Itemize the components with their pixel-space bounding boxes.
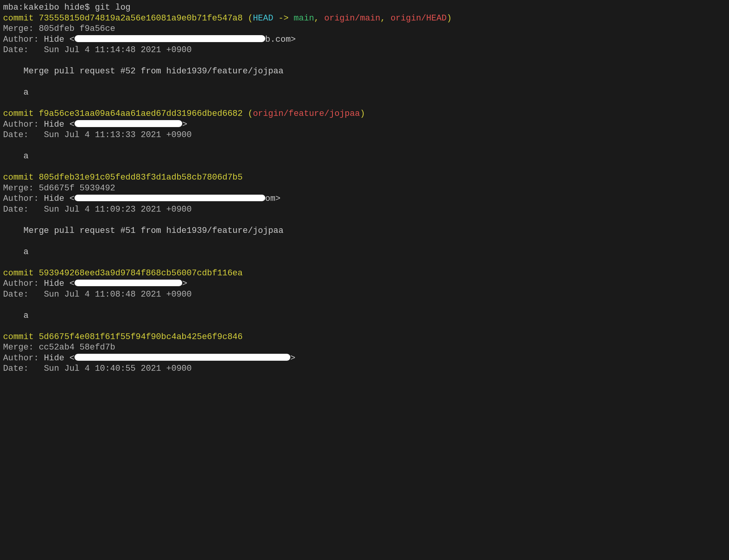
- author-label: Author:: [3, 120, 44, 129]
- author-open-bracket: <: [70, 279, 75, 288]
- prompt-sep: :: [19, 3, 24, 12]
- author-label: Author:: [3, 194, 44, 204]
- ref-main: main: [294, 14, 314, 23]
- ref-head: HEAD: [253, 14, 273, 23]
- author-label: Author:: [3, 35, 44, 44]
- ref-remote: origin/feature/jojpaa: [253, 109, 360, 119]
- commit-hash: 805dfeb31e91c05fedd83f3d1adb58cb7806d7b5: [39, 173, 242, 182]
- merge-value: cc52ab4 58efd7b: [39, 343, 115, 352]
- date-value: Sun Jul 4 11:13:33 2021 +0900: [44, 130, 192, 140]
- refs-close: ): [360, 109, 365, 119]
- date-label: Date:: [3, 130, 44, 140]
- author-name: Hide: [44, 353, 70, 363]
- author-open-bracket: <: [70, 120, 75, 129]
- redaction-icon: [75, 354, 290, 360]
- merge-value: 805dfeb f9a56ce: [39, 24, 115, 34]
- redaction-icon: [75, 280, 182, 286]
- date-label: Date:: [3, 364, 44, 373]
- commit-hash: 735558150d74819a2a56e16081a9e0b71fe547a8: [39, 14, 242, 23]
- ref-arrow: ->: [273, 14, 294, 23]
- refs-close: ): [447, 14, 452, 23]
- author-tail: om>: [265, 194, 281, 204]
- commit-body: a: [3, 88, 29, 97]
- commit-body: Merge pull request #51 from hide1939/fea…: [3, 226, 283, 236]
- commit-label: commit: [3, 268, 34, 278]
- ref-remote: origin/main: [324, 14, 380, 23]
- commit-body: Merge pull request #52 from hide1939/fea…: [3, 66, 283, 76]
- commit-label: commit: [3, 173, 34, 182]
- commit-label: commit: [3, 109, 34, 119]
- author-label: Author:: [3, 353, 44, 363]
- ref-sep: ,: [380, 14, 390, 23]
- date-value: Sun Jul 4 11:09:23 2021 +0900: [44, 205, 192, 214]
- commit-label: commit: [3, 14, 34, 23]
- date-label: Date:: [3, 45, 44, 55]
- date-value: Sun Jul 4 11:14:48 2021 +0900: [44, 45, 192, 55]
- refs-open: (: [243, 109, 253, 119]
- author-tail: >: [182, 279, 187, 288]
- author-tail: b.com>: [265, 35, 296, 44]
- ref-sep: ,: [314, 14, 324, 23]
- terminal-output[interactable]: mba:kakeibo hide$ git log commit 7355581…: [0, 0, 729, 377]
- prompt-path: kakeibo: [24, 3, 59, 12]
- date-label: Date:: [3, 290, 44, 299]
- author-name: Hide: [44, 120, 70, 129]
- author-tail: >: [182, 120, 187, 129]
- command: git log: [95, 3, 131, 12]
- redaction-icon: [75, 35, 265, 42]
- author-name: Hide: [44, 194, 70, 204]
- redaction-icon: [75, 120, 182, 127]
- date-value: Sun Jul 4 11:08:48 2021 +0900: [44, 290, 192, 299]
- commit-body: a: [3, 311, 29, 321]
- author-name: Hide: [44, 35, 70, 44]
- commit-body: a: [3, 247, 29, 257]
- ref-remote: origin/HEAD: [390, 14, 446, 23]
- date-label: Date:: [3, 205, 44, 214]
- merge-label: Merge:: [3, 183, 39, 193]
- prompt-symbol: $: [85, 3, 90, 12]
- redaction-icon: [75, 195, 265, 201]
- commit-hash: 5d6675f4e081f61f55f94f90bc4ab425e6f9c846: [39, 332, 242, 342]
- merge-value: 5d6675f 5939492: [39, 183, 115, 193]
- author-tail: >: [290, 353, 295, 363]
- prompt-user: hide: [64, 3, 85, 12]
- commit-hash: f9a56ce31aa09a64aa61aed67dd31966dbed6682: [39, 109, 242, 119]
- refs-open: (: [243, 14, 253, 23]
- author-label: Author:: [3, 279, 44, 288]
- date-value: Sun Jul 4 10:40:55 2021 +0900: [44, 364, 192, 373]
- author-name: Hide: [44, 279, 70, 288]
- prompt-host: mba: [3, 3, 19, 12]
- commit-body: a: [3, 151, 29, 161]
- author-open-bracket: <: [70, 35, 75, 44]
- commit-label: commit: [3, 332, 34, 342]
- merge-label: Merge:: [3, 24, 39, 34]
- merge-label: Merge:: [3, 343, 39, 352]
- author-open-bracket: <: [70, 194, 75, 204]
- commit-hash: 593949268eed3a9d9784f868cb56007cdbf116ea: [39, 268, 242, 278]
- author-open-bracket: <: [70, 353, 75, 363]
